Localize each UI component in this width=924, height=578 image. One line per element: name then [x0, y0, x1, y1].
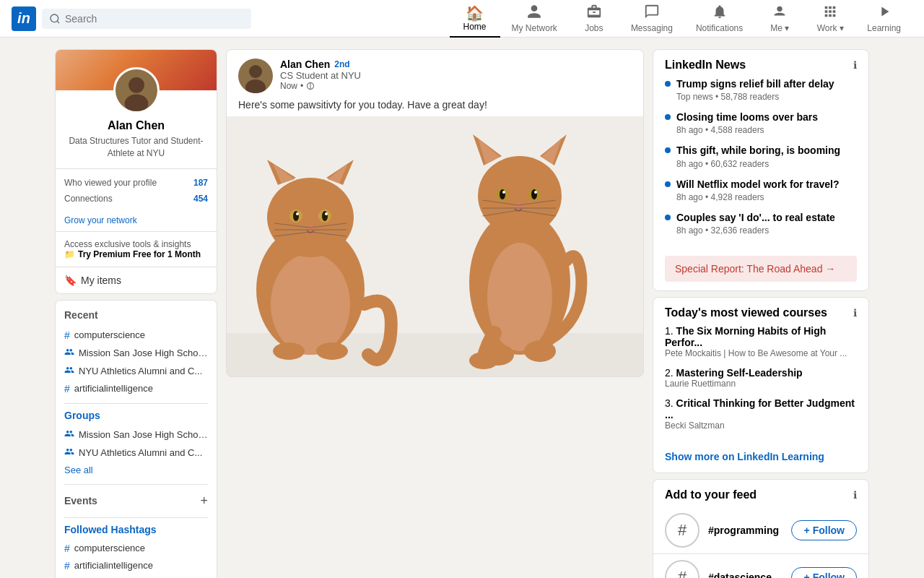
news-item-2[interactable]: This gift, while boring, is booming 8h a… [665, 144, 857, 168]
recent-groups-card: Recent # computerscience Mission San Jos… [55, 300, 217, 578]
connections-stat[interactable]: Connections 454 [64, 191, 208, 207]
feed-item-datascience-label: #datascience [708, 571, 783, 578]
svg-point-11 [271, 254, 350, 355]
group-item-msjhs[interactable]: Mission San Jose High Schoo... [64, 426, 208, 444]
course-item-1[interactable]: 2. Mastering Self-Leadership Laurie Ruet… [665, 367, 857, 389]
recent-item-cs[interactable]: # computerscience [64, 327, 208, 344]
news-title: LinkedIn News [665, 59, 746, 72]
news-item-0[interactable]: Trump signs relief bill after delay Top … [665, 77, 857, 102]
nav-me[interactable]: Me ▾ [754, 0, 805, 38]
hash-icon-2: # [64, 383, 70, 394]
globe-icon [306, 82, 315, 90]
courses-info-icon[interactable]: ℹ [853, 307, 857, 319]
special-report-button[interactable]: Special Report: The Road Ahead → [665, 256, 857, 282]
add-event-button[interactable]: + [200, 493, 208, 509]
linkedin-logo[interactable]: in [12, 7, 36, 31]
feed-card-header: Add to your feed ℹ [653, 480, 868, 507]
search-input[interactable] [65, 13, 244, 25]
svg-point-12 [267, 178, 354, 257]
me-icon [772, 4, 788, 22]
post-time: Now • [280, 81, 632, 91]
recent-item-nyu[interactable]: NYU Athletics Alumni and C... [64, 362, 208, 380]
search-bar[interactable] [42, 9, 251, 29]
news-list: Trump signs relief bill after delay Top … [653, 77, 868, 253]
hashtag-ai[interactable]: # artificialintelligence [64, 557, 208, 574]
svg-point-21 [322, 211, 328, 221]
nav-my-network[interactable]: My Network [500, 0, 569, 38]
profile-card: Alan Chen Data Structures Tutor and Stud… [55, 49, 217, 294]
feed-item-programming: # #programming + Follow [653, 507, 868, 553]
nav-items: 🏠 Home My Network Jobs Messaging Noti [450, 0, 912, 38]
groups-title[interactable]: Groups [64, 410, 208, 421]
show-more-learning-button[interactable]: Show more on LinkedIn Learning [653, 445, 868, 473]
followed-hashtags-title[interactable]: Followed Hashtags [64, 524, 208, 535]
post-author-name[interactable]: Alan Chen [280, 59, 330, 70]
svg-point-22 [325, 212, 328, 215]
nav-home[interactable]: 🏠 Home [450, 0, 500, 38]
news-item-1[interactable]: Closing time looms over bars 8h ago • 4,… [665, 111, 857, 135]
recent-item-msjhs1[interactable]: Mission San Jose High Schoo... [64, 344, 208, 362]
news-info-icon[interactable]: ℹ [853, 59, 857, 71]
svg-point-3 [128, 77, 144, 93]
follow-programming-button[interactable]: + Follow [791, 520, 857, 540]
news-header: LinkedIn News ℹ [653, 50, 868, 77]
grow-network-link[interactable]: Grow your network [56, 212, 217, 231]
svg-point-0 [51, 14, 58, 22]
group-item-nyu-athletics[interactable]: NYU Athletics Alumni and C... [64, 444, 208, 462]
feed: Alan Chen 2nd CS Student at NYU Now • He… [226, 49, 644, 578]
svg-point-44 [534, 191, 537, 194]
notifications-icon [712, 4, 728, 22]
courses-header: Today's most viewed courses ℹ [653, 298, 868, 325]
post-header: Alan Chen 2nd CS Student at NYU Now • [227, 50, 643, 99]
post-card: Alan Chen 2nd CS Student at NYU Now • He… [226, 49, 644, 377]
post-author-avatar[interactable] [238, 59, 273, 93]
course-item-2[interactable]: 3. Critical Thinking for Better Judgment… [665, 397, 857, 431]
post-globe-icon: • [300, 81, 303, 91]
avatar[interactable] [113, 67, 160, 113]
svg-point-40 [500, 189, 505, 199]
events-row: Events + [64, 491, 208, 512]
svg-point-6 [249, 65, 262, 78]
nav-learning[interactable]: Learning [855, 0, 912, 38]
follow-datascience-button[interactable]: + Follow [791, 567, 857, 578]
group-icon [64, 347, 74, 359]
premium-link[interactable]: 📁 Try Premium Free for 1 Month [64, 249, 208, 259]
nav-messaging[interactable]: Messaging [619, 0, 684, 38]
news-dot [665, 81, 671, 87]
my-items-link[interactable]: 🔖 My items [56, 267, 217, 293]
messaging-icon [644, 4, 660, 22]
profile-name[interactable]: Alan Chen [64, 119, 208, 132]
datascience-hashtag-icon: # [665, 560, 699, 578]
page-container: Alan Chen Data Structures Tutor and Stud… [55, 0, 869, 578]
hash-icon: # [64, 329, 70, 341]
see-all-groups[interactable]: See all [64, 462, 208, 478]
hashtag-cs[interactable]: # computerscience [64, 540, 208, 557]
add-to-feed-card: Add to your feed ℹ # #programming + Foll… [653, 479, 869, 578]
group-icon-2 [64, 365, 74, 377]
news-dot [665, 147, 671, 153]
nav-jobs[interactable]: Jobs [569, 0, 619, 38]
recent-title: Recent [64, 309, 208, 321]
svg-point-53 [524, 340, 556, 362]
who-viewed-stat[interactable]: Who viewed your profile 187 [64, 175, 208, 191]
learning-icon [876, 4, 892, 22]
course-item-0[interactable]: 1. The Six Morning Habits of High Perfor… [665, 325, 857, 358]
news-item-4[interactable]: Couples say 'I do'... to real estate 8h … [665, 211, 857, 236]
recent-item-ai[interactable]: # artificialintelligence [64, 380, 208, 397]
nav-notifications[interactable]: Notifications [684, 0, 754, 38]
post-body: Here's some pawsitivty for you today. Ha… [227, 99, 643, 116]
feed-item-datascience: # #datascience + Follow [653, 554, 868, 578]
nav-work[interactable]: Work ▾ [805, 0, 855, 38]
bookmark-icon: 🔖 [64, 275, 77, 286]
profile-avatar [113, 67, 160, 113]
svg-point-1 [777, 7, 783, 12]
linkedin-news-card: LinkedIn News ℹ Trump signs relief bill … [653, 49, 869, 291]
feed-info-icon[interactable]: ℹ [853, 489, 857, 501]
news-dot [665, 114, 671, 120]
hash-icon-4: # [64, 560, 70, 571]
courses-list: 1. The Six Morning Habits of High Perfor… [653, 325, 868, 445]
work-icon [822, 4, 838, 22]
news-item-3[interactable]: Will Netflix model work for travel? 8h a… [665, 178, 857, 202]
svg-point-43 [531, 189, 537, 199]
navbar: in 🏠 Home My Network Jobs Me [0, 0, 924, 38]
